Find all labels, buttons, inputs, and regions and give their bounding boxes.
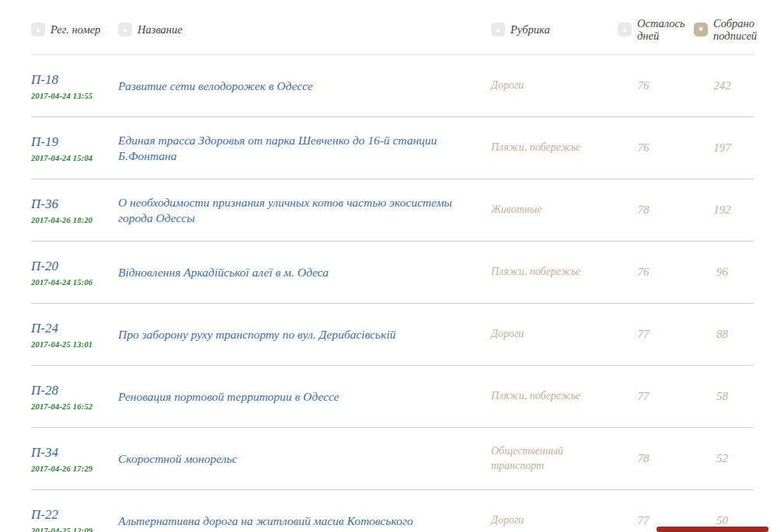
column-label: Рег. номер (51, 23, 100, 36)
title-cell: Скоростной монорельс (118, 451, 491, 467)
column-label: Рубрика (510, 23, 550, 36)
petition-title-link[interactable]: Развитие сети велодорожек в Одессе (118, 79, 313, 92)
sort-desc-icon[interactable] (694, 23, 708, 37)
petition-title-link[interactable]: Про заборону руху транспорту по вул. Дер… (118, 328, 395, 341)
days-left-value: 77 (618, 390, 694, 403)
table-row: П-24 2017-04-25 13:01 Про заборону руху … (31, 304, 754, 366)
reg-cell: П-18 2017-04-24 13:55 (31, 72, 118, 100)
reg-cell: П-36 2017-04-26 18:20 (31, 196, 118, 224)
petition-title-link[interactable]: Альтернативна дорога на житловий масив К… (118, 514, 413, 527)
petition-date: 2017-04-24 15:04 (31, 154, 118, 162)
petitions-table-page: Рег. номер Название Рубрика Осталось дне… (0, 0, 777, 532)
petition-date: 2017-04-24 13:55 (31, 92, 118, 100)
signatures-value: 197 (694, 141, 754, 155)
days-left-value: 77 (618, 328, 694, 341)
days-left-value: 76 (618, 141, 694, 155)
signatures-value: 52 (694, 452, 754, 465)
sort-asc-icon[interactable] (491, 23, 505, 37)
petition-date: 2017-04-25 13:01 (31, 340, 118, 349)
reg-cell: П-19 2017-04-24 15:04 (31, 134, 118, 162)
petition-reg-link[interactable]: П-22 (31, 507, 118, 523)
petition-reg-link[interactable]: П-19 (31, 134, 118, 150)
title-cell: Про заборону руху транспорту по вул. Дер… (118, 327, 491, 342)
reg-cell: П-34 2017-04-26 17:29 (31, 445, 118, 473)
petition-reg-link[interactable]: П-20 (31, 259, 118, 274)
title-cell: Развитие сети велодорожек в Одессе (118, 78, 491, 94)
petition-reg-link[interactable]: П-18 (31, 72, 118, 88)
petition-title-link[interactable]: Единая трасса Здоровья от парка Шевченко… (118, 134, 437, 162)
petition-title-link[interactable]: Скоростной монорельс (118, 452, 237, 465)
reg-cell: П-22 2017-04-25 12:09 (31, 507, 118, 532)
days-left-value: 76 (618, 79, 694, 92)
column-header-title[interactable]: Название (118, 23, 491, 37)
signatures-value: 242 (694, 79, 754, 92)
signatures-value: 58 (694, 390, 754, 403)
petition-reg-link[interactable]: П-24 (31, 321, 118, 336)
table-row: П-28 2017-04-25 16:52 Реновация портовой… (31, 366, 754, 428)
title-cell: Альтернативна дорога на житловий масив К… (118, 513, 491, 529)
signatures-value: 192 (694, 203, 754, 217)
days-left-value: 78 (618, 452, 694, 465)
reg-cell: П-20 2017-04-24 15:06 (31, 259, 118, 287)
petition-rubric: Пляжи, побережье (491, 265, 618, 279)
petition-reg-link[interactable]: П-28 (31, 383, 118, 398)
table-header-row: Рег. номер Название Рубрика Осталось дне… (31, 0, 754, 55)
column-header-reg-number[interactable]: Рег. номер (31, 23, 118, 37)
sort-asc-icon[interactable] (618, 23, 632, 37)
petition-reg-link[interactable]: П-34 (31, 445, 118, 461)
sort-asc-icon[interactable] (118, 23, 132, 37)
days-left-value: 78 (618, 203, 694, 217)
petition-rubric: Общественный транспорт (491, 444, 618, 472)
days-left-value: 77 (618, 514, 694, 527)
column-label: Название (138, 23, 183, 36)
petition-date: 2017-04-24 15:06 (31, 278, 118, 287)
title-cell: Відновлення Аркадійської алеї в м. Одеса (118, 265, 491, 280)
petition-rubric: Животные (491, 203, 618, 217)
column-header-days-left[interactable]: Осталось дней (618, 17, 694, 42)
signatures-value: 88 (694, 328, 754, 341)
petition-rubric: Дороги (491, 78, 618, 92)
petition-title-link[interactable]: О необходимости признания уличных котов … (118, 196, 452, 224)
petitions-table: Рег. номер Название Рубрика Осталось дне… (31, 0, 754, 532)
table-row: П-34 2017-04-26 17:29 Скоростной монорел… (31, 428, 754, 490)
title-cell: Единая трасса Здоровья от парка Шевченко… (118, 133, 491, 164)
petition-reg-link[interactable]: П-36 (31, 196, 118, 212)
column-header-signatures[interactable]: Собрано подписей (694, 17, 754, 42)
petition-title-link[interactable]: Відновлення Аркадійської алеї в м. Одеса (118, 266, 329, 279)
sort-asc-icon[interactable] (31, 23, 45, 37)
petition-rubric: Дороги (491, 327, 618, 341)
table-row: П-36 2017-04-26 18:20 О необходимости пр… (31, 179, 754, 242)
signatures-value: 50 (694, 514, 754, 527)
days-left-value: 76 (618, 266, 694, 279)
title-cell: О необходимости признания уличных котов … (118, 195, 491, 226)
table-body: П-18 2017-04-24 13:55 Развитие сети вело… (31, 55, 754, 532)
reg-cell: П-24 2017-04-25 13:01 (31, 321, 118, 349)
column-label: Собрано подписей (713, 17, 757, 42)
column-label: Осталось дней (637, 17, 694, 42)
petition-date: 2017-04-25 16:52 (31, 402, 118, 411)
red-progress-bar (657, 527, 768, 532)
petition-rubric: Пляжи, побережье (491, 141, 618, 155)
table-row: П-20 2017-04-24 15:06 Відновлення Аркаді… (31, 242, 754, 304)
petition-title-link[interactable]: Реновация портовой территории в Одессе (118, 390, 339, 403)
title-cell: Реновация портовой территории в Одессе (118, 389, 491, 405)
signatures-value: 96 (694, 266, 754, 279)
table-row: П-19 2017-04-24 15:04 Единая трасса Здор… (31, 117, 754, 179)
petition-date: 2017-04-25 12:09 (31, 527, 118, 532)
petition-date: 2017-04-26 18:20 (31, 216, 118, 224)
reg-cell: П-28 2017-04-25 16:52 (31, 383, 118, 411)
table-row: П-18 2017-04-24 13:55 Развитие сети вело… (31, 55, 754, 117)
column-header-rubric[interactable]: Рубрика (491, 23, 618, 37)
table-row: П-22 2017-04-25 12:09 Альтернативна доро… (31, 490, 754, 532)
petition-rubric: Дороги (491, 513, 618, 527)
petition-date: 2017-04-26 17:29 (31, 464, 118, 473)
petition-rubric: Пляжи, побережье (491, 389, 618, 403)
